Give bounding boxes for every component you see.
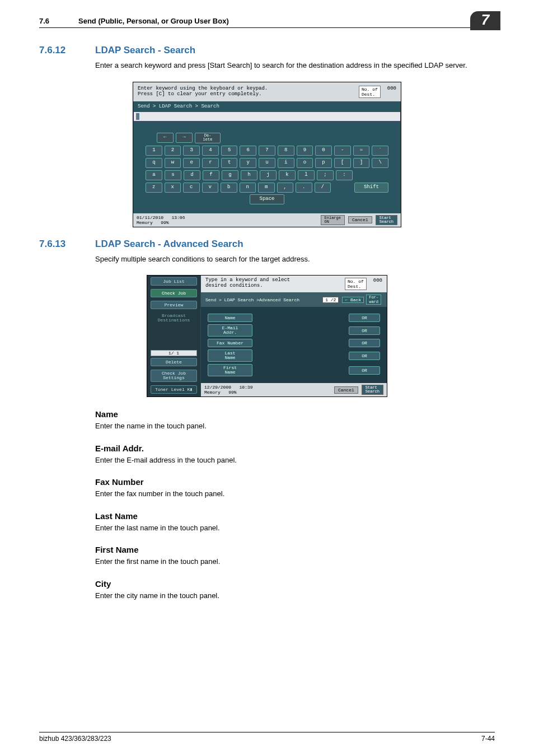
breadcrumb: Send > LDAP Search >Advanced Search 1 /2… xyxy=(201,292,387,307)
key-l[interactable]: l xyxy=(298,170,315,180)
key-6[interactable]: 6 xyxy=(240,146,256,156)
def-heading: Name xyxy=(95,409,495,419)
email-field-button[interactable]: E-Mail Addr. xyxy=(208,324,252,337)
key-8[interactable]: 8 xyxy=(278,146,294,156)
search-input[interactable] xyxy=(133,111,401,122)
def-heading: Fax Number xyxy=(95,477,495,487)
paragraph: Specify multiple search conditions to se… xyxy=(95,254,495,264)
def-heading: First Name xyxy=(95,545,495,554)
def-heading: City xyxy=(95,579,495,589)
key--[interactable]: - xyxy=(334,146,351,156)
key-e[interactable]: e xyxy=(183,158,200,168)
key-n[interactable]: n xyxy=(240,183,256,193)
delete-button[interactable]: Delete xyxy=(151,358,197,366)
key-][interactable]: ] xyxy=(353,158,370,168)
key-9[interactable]: 9 xyxy=(297,146,313,156)
status-mem-label: Memory xyxy=(137,220,153,225)
key-`[interactable]: ` xyxy=(372,146,388,156)
key-0[interactable]: 0 xyxy=(315,146,332,156)
shift-key[interactable]: Shift xyxy=(354,183,388,193)
check-job-settings-button[interactable]: Check Job Settings xyxy=(151,370,197,382)
heading-title: LDAP Search - Advanced Search xyxy=(95,239,243,250)
footer-pageno: 7-44 xyxy=(481,735,495,743)
forward-button[interactable]: For- ward xyxy=(366,295,381,305)
key-p[interactable]: p xyxy=(315,158,332,168)
or-button[interactable]: OR xyxy=(349,366,380,375)
or-button[interactable]: OR xyxy=(349,339,380,347)
key-f[interactable]: f xyxy=(203,170,219,180)
start-search-button[interactable]: Start Search xyxy=(362,385,383,395)
name-field-button[interactable]: Name xyxy=(208,314,252,322)
key-3[interactable]: 3 xyxy=(183,146,200,156)
prompt-line: desired conditions. xyxy=(205,283,345,289)
key-d[interactable]: d xyxy=(184,170,200,180)
key-;[interactable]: ; xyxy=(317,170,334,180)
arrow-left-key[interactable]: ← xyxy=(157,133,174,143)
key-z[interactable]: z xyxy=(146,183,162,193)
or-button[interactable]: OR xyxy=(349,352,380,360)
back-button[interactable]: ← Back xyxy=(342,297,364,303)
lastname-field-button[interactable]: Last Name xyxy=(208,349,252,362)
or-button[interactable]: OR xyxy=(349,326,380,335)
job-list-button[interactable]: Job List xyxy=(151,277,197,286)
space-key[interactable]: Space xyxy=(250,194,284,204)
key-c[interactable]: c xyxy=(183,183,200,193)
key-j[interactable]: j xyxy=(260,170,277,180)
def-para: Enter the name in the touch panel. xyxy=(95,421,495,431)
cancel-button[interactable]: Cancel xyxy=(334,386,358,394)
key-q[interactable]: q xyxy=(146,158,162,168)
start-search-button[interactable]: Start Search xyxy=(376,215,397,225)
preview-button[interactable]: Preview xyxy=(151,301,197,309)
key-u[interactable]: u xyxy=(259,158,275,168)
footer-model: bizhub 423/363/283/223 xyxy=(39,735,111,743)
key-.[interactable]: . xyxy=(296,183,312,193)
key-b[interactable]: b xyxy=(221,183,237,193)
fax-field-button[interactable]: Fax Number xyxy=(208,339,252,347)
dest-count-value: 000 xyxy=(373,278,382,290)
page-header: 7.6 Send (Public, Personal, or Group Use… xyxy=(39,17,495,28)
ldap-search-screenshot: Enter keyword using the keyboard or keyp… xyxy=(133,82,401,227)
key-g[interactable]: g xyxy=(222,170,238,180)
key-k[interactable]: k xyxy=(279,170,296,180)
key-x[interactable]: x xyxy=(165,183,181,193)
enlarge-button[interactable]: Enlarge ON xyxy=(321,215,345,225)
heading-number: 7.6.13 xyxy=(39,239,95,250)
key-/[interactable]: / xyxy=(315,183,331,193)
key-t[interactable]: t xyxy=(221,158,238,168)
cancel-button[interactable]: Cancel xyxy=(348,216,372,223)
key-o[interactable]: o xyxy=(297,158,313,168)
status-date: 01/11/2010 xyxy=(137,215,163,220)
dest-count-box: No. of Dest. xyxy=(345,278,367,290)
check-job-button[interactable]: Check Job xyxy=(151,289,197,297)
key-a[interactable]: a xyxy=(146,170,162,180)
paragraph: Enter a search keyword and press [Start … xyxy=(95,60,495,71)
key-5[interactable]: 5 xyxy=(221,146,238,156)
key-:[interactable]: : xyxy=(336,170,353,180)
key-m[interactable]: m xyxy=(258,183,275,193)
key-s[interactable]: s xyxy=(165,170,181,180)
status-mem: 99% xyxy=(161,220,168,225)
key-i[interactable]: i xyxy=(278,158,294,168)
broadcast-destinations-label: Broadcast Destinations xyxy=(151,312,197,324)
delete-key[interactable]: De- lete xyxy=(195,133,221,143)
or-button[interactable]: OR xyxy=(349,314,380,322)
toner-level-indicator: Toner Level K▮ xyxy=(151,385,197,394)
firstname-field-button[interactable]: First Name xyxy=(208,364,252,376)
section-number: 7.6 xyxy=(39,17,78,25)
key-=[interactable]: = xyxy=(353,146,370,156)
key-,[interactable]: , xyxy=(277,183,294,193)
status-time: 10:39 xyxy=(239,385,252,390)
key-\[interactable]: \ xyxy=(372,158,388,168)
key-v[interactable]: v xyxy=(202,183,219,193)
key-h[interactable]: h xyxy=(241,170,257,180)
key-w[interactable]: w xyxy=(165,158,181,168)
key-7[interactable]: 7 xyxy=(259,146,275,156)
key-4[interactable]: 4 xyxy=(202,146,219,156)
key-y[interactable]: y xyxy=(240,158,256,168)
arrow-right-key[interactable]: → xyxy=(176,133,193,143)
key-r[interactable]: r xyxy=(202,158,219,168)
key-2[interactable]: 2 xyxy=(165,146,181,156)
keyboard-row-3: asdfghjkl;: xyxy=(133,169,401,181)
key-[[interactable]: [ xyxy=(334,158,351,168)
key-1[interactable]: 1 xyxy=(146,146,162,156)
